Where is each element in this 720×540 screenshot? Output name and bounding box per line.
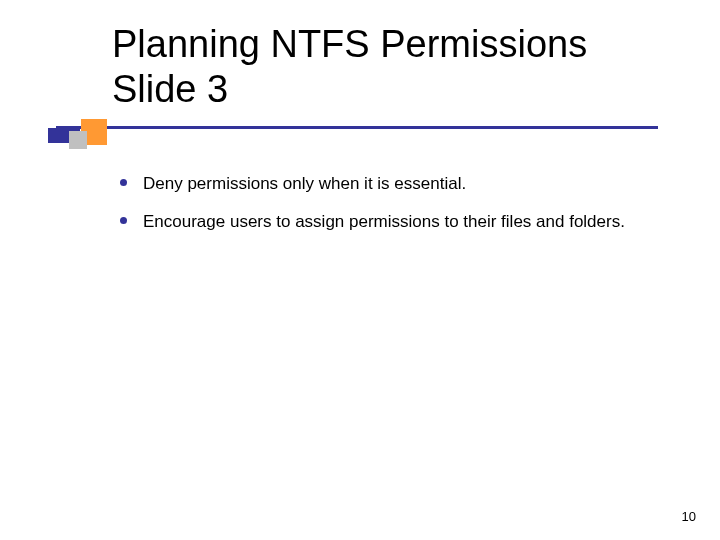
- list-item: Deny permissions only when it is essenti…: [120, 172, 660, 196]
- bullet-text: Deny permissions only when it is essenti…: [143, 172, 466, 196]
- slide-title-block: Planning NTFS Permissions Slide 3: [112, 22, 672, 112]
- body-content: Deny permissions only when it is essenti…: [120, 172, 660, 248]
- bullet-text: Encourage users to assign permissions to…: [143, 210, 625, 234]
- title-underline-long: [56, 126, 658, 129]
- slide-title-line2: Slide 3: [112, 67, 672, 112]
- slide: Planning NTFS Permissions Slide 3 Deny p…: [0, 0, 720, 540]
- accent-square-gray: [69, 131, 87, 149]
- list-item: Encourage users to assign permissions to…: [120, 210, 660, 234]
- bullet-icon: [120, 217, 127, 224]
- slide-title-line1: Planning NTFS Permissions: [112, 22, 672, 67]
- page-number: 10: [682, 509, 696, 524]
- bullet-icon: [120, 179, 127, 186]
